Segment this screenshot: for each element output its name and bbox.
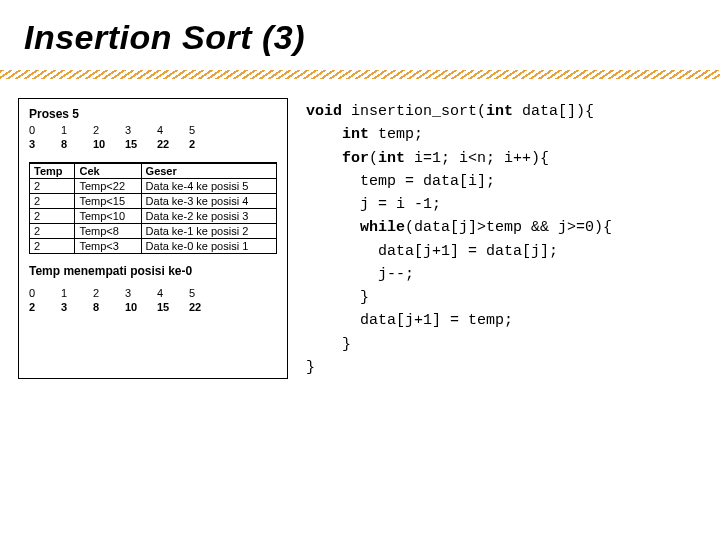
code-text: i=1; i<n; i++){ xyxy=(405,150,549,167)
cell: Data ke-4 ke posisi 5 xyxy=(141,178,276,193)
val-cell: 15 xyxy=(157,300,189,314)
table-row: 2 Temp<3 Data ke-0 ke posisi 1 xyxy=(30,238,277,253)
steps-header: Cek xyxy=(75,163,141,179)
val-cell: 10 xyxy=(125,300,157,314)
cell: Data ke-0 ke posisi 1 xyxy=(141,238,276,253)
code-block: void insertion_sort(int data[]){ int tem… xyxy=(306,98,612,379)
code-text: j--; xyxy=(378,266,414,283)
title-underline xyxy=(0,70,720,79)
idx-cell: 1 xyxy=(61,123,93,137)
val-cell: 3 xyxy=(61,300,93,314)
val-cell: 3 xyxy=(29,137,61,151)
temp-result-line: Temp menempati posisi ke-0 xyxy=(29,264,277,278)
idx-cell: 5 xyxy=(189,286,221,300)
cell: 2 xyxy=(30,223,75,238)
idx-cell: 2 xyxy=(93,286,125,300)
slide-title: Insertion Sort (3) xyxy=(0,0,720,63)
code-text: } xyxy=(360,289,369,306)
idx-cell: 0 xyxy=(29,123,61,137)
idx-cell: 2 xyxy=(93,123,125,137)
code-kw: int xyxy=(486,103,513,120)
cell: Temp<10 xyxy=(75,208,141,223)
cell: Data ke-1 ke posisi 2 xyxy=(141,223,276,238)
trace-box: Proses 5 0 1 2 3 4 5 3 8 10 15 22 2 Temp xyxy=(18,98,288,379)
idx-cell: 1 xyxy=(61,286,93,300)
val-cell-highlight: 2 xyxy=(29,300,61,314)
code-text: temp = data[i]; xyxy=(360,173,495,190)
code-text: (data[j]>temp && j>=0){ xyxy=(405,219,612,236)
val-cell: 22 xyxy=(189,300,221,314)
val-cell: 22 xyxy=(157,137,189,151)
val-cell: 10 xyxy=(93,137,125,151)
code-text: ( xyxy=(369,150,378,167)
table-row: 2 Temp<10 Data ke-2 ke posisi 3 xyxy=(30,208,277,223)
cell: Data ke-3 ke posisi 4 xyxy=(141,193,276,208)
code-text: } xyxy=(306,359,315,376)
proses-label: Proses 5 xyxy=(29,107,277,121)
idx-cell: 3 xyxy=(125,123,157,137)
array-before: 0 1 2 3 4 5 3 8 10 15 22 2 xyxy=(29,123,221,152)
cell: Temp<8 xyxy=(75,223,141,238)
code-kw: void xyxy=(306,103,342,120)
code-text: j = i -1; xyxy=(360,196,441,213)
steps-header: Temp xyxy=(30,163,75,179)
code-text: temp; xyxy=(369,126,423,143)
val-cell: 8 xyxy=(61,137,93,151)
steps-table: Temp Cek Geser 2 Temp<22 Data ke-4 ke po… xyxy=(29,162,277,254)
code-kw: while xyxy=(360,219,405,236)
idx-cell: 4 xyxy=(157,286,189,300)
idx-cell: 0 xyxy=(29,286,61,300)
cell: 2 xyxy=(30,238,75,253)
idx-cell: 3 xyxy=(125,286,157,300)
code-text: insertion_sort( xyxy=(342,103,486,120)
val-cell-highlight: 2 xyxy=(189,137,221,151)
code-kw: for xyxy=(342,150,369,167)
val-cell: 8 xyxy=(93,300,125,314)
cell: Temp<3 xyxy=(75,238,141,253)
idx-cell: 4 xyxy=(157,123,189,137)
code-text: data[]){ xyxy=(513,103,594,120)
table-row: 2 Temp<15 Data ke-3 ke posisi 4 xyxy=(30,193,277,208)
code-text: } xyxy=(342,336,351,353)
code-kw: int xyxy=(378,150,405,167)
cell: Data ke-2 ke posisi 3 xyxy=(141,208,276,223)
cell: Temp<15 xyxy=(75,193,141,208)
slide-content: Proses 5 0 1 2 3 4 5 3 8 10 15 22 2 Temp xyxy=(18,98,710,379)
val-cell: 15 xyxy=(125,137,157,151)
cell: 2 xyxy=(30,178,75,193)
idx-cell: 5 xyxy=(189,123,221,137)
code-text: data[j+1] = data[j]; xyxy=(378,243,558,260)
table-row: 2 Temp<22 Data ke-4 ke posisi 5 xyxy=(30,178,277,193)
cell: Temp<22 xyxy=(75,178,141,193)
table-row: 2 Temp<8 Data ke-1 ke posisi 2 xyxy=(30,223,277,238)
cell: 2 xyxy=(30,193,75,208)
steps-header: Geser xyxy=(141,163,276,179)
code-kw: int xyxy=(342,126,369,143)
code-text: data[j+1] = temp; xyxy=(360,312,513,329)
array-after: 0 1 2 3 4 5 2 3 8 10 15 22 xyxy=(29,286,221,315)
cell: 2 xyxy=(30,208,75,223)
